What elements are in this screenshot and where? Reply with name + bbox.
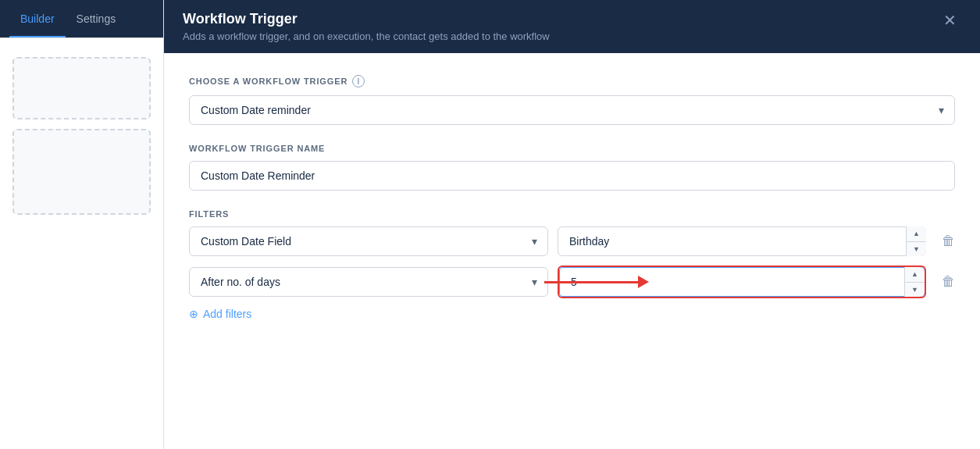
sidebar: Builder Settings bbox=[0, 0, 164, 449]
filter-row-2: After no. of days Before no. of days On … bbox=[189, 265, 955, 298]
sidebar-block-2 bbox=[12, 129, 151, 215]
sidebar-block-1 bbox=[12, 57, 151, 119]
trigger-select-wrapper: Custom Date reminder Contact Created Tag… bbox=[189, 95, 955, 125]
close-button[interactable]: ✕ bbox=[939, 11, 961, 30]
tab-settings[interactable]: Settings bbox=[66, 0, 127, 37]
filters-group: FILTERS Custom Date Field Contact Date B… bbox=[189, 209, 955, 320]
spinner-down-2[interactable]: ▼ bbox=[905, 283, 925, 298]
trigger-select[interactable]: Custom Date reminder Contact Created Tag… bbox=[189, 95, 955, 125]
form-area: CHOOSE A WORKFLOW TRIGGER i Custom Date … bbox=[164, 53, 980, 449]
spinner-up-2[interactable]: ▲ bbox=[905, 267, 925, 283]
filter-left-select-1[interactable]: Custom Date Field Contact Date Birthday bbox=[189, 226, 548, 256]
filter-left-wrapper-2: After no. of days Before no. of days On … bbox=[189, 267, 548, 297]
info-icon[interactable]: i bbox=[352, 75, 365, 87]
highlighted-input-box: ▲ ▼ bbox=[558, 265, 926, 298]
trigger-section-label: CHOOSE A WORKFLOW TRIGGER i bbox=[189, 75, 955, 87]
modal-header: Workflow Trigger Adds a workflow trigger… bbox=[164, 0, 980, 53]
trash-icon-2[interactable]: 🗑 bbox=[942, 274, 955, 290]
spinner-controls-2: ▲ ▼ bbox=[904, 267, 925, 297]
filter-right-wrapper-2: ▲ ▼ bbox=[558, 265, 926, 298]
trigger-group: CHOOSE A WORKFLOW TRIGGER i Custom Date … bbox=[189, 75, 955, 125]
spinner-controls-1: ▲ ▼ bbox=[906, 226, 926, 256]
add-filters-button[interactable]: ⊕ Add filters bbox=[189, 308, 251, 320]
trigger-name-input[interactable] bbox=[189, 161, 955, 191]
sidebar-content bbox=[0, 38, 163, 227]
filter-right-input-1[interactable] bbox=[558, 226, 926, 256]
spinner-up-1[interactable]: ▲ bbox=[907, 226, 926, 242]
filter-left-select-2[interactable]: After no. of days Before no. of days On … bbox=[189, 267, 548, 297]
main-panel: Workflow Trigger Adds a workflow trigger… bbox=[164, 0, 980, 449]
filter-right-wrapper-1: ▲ ▼ bbox=[558, 226, 926, 256]
trash-icon-1[interactable]: 🗑 bbox=[942, 233, 955, 249]
modal-title: Workflow Trigger bbox=[183, 11, 550, 27]
header-left: Workflow Trigger Adds a workflow trigger… bbox=[183, 11, 550, 42]
tab-builder[interactable]: Builder bbox=[9, 0, 66, 37]
sidebar-tabs: Builder Settings bbox=[0, 0, 163, 38]
add-filters-label: Add filters bbox=[203, 308, 251, 320]
trigger-name-label: WORKFLOW TRIGGER NAME bbox=[189, 144, 955, 153]
trigger-name-group: WORKFLOW TRIGGER NAME bbox=[189, 144, 955, 191]
filter-left-wrapper-1: Custom Date Field Contact Date Birthday … bbox=[189, 226, 548, 256]
filters-label: FILTERS bbox=[189, 209, 955, 219]
spinner-wrapper-2: ▲ ▼ bbox=[559, 267, 925, 297]
modal-subtitle: Adds a workflow trigger, and on executio… bbox=[183, 30, 550, 42]
filter-row-1: Custom Date Field Contact Date Birthday … bbox=[189, 226, 955, 256]
spinner-down-1[interactable]: ▼ bbox=[907, 242, 926, 257]
add-filters-icon: ⊕ bbox=[189, 308, 198, 320]
filter-right-input-2[interactable] bbox=[559, 267, 925, 297]
